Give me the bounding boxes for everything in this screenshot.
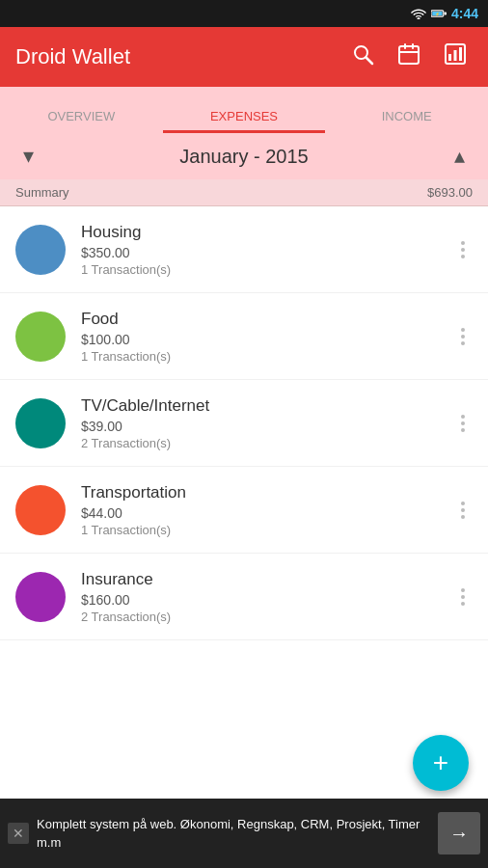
menu-dot [461, 602, 465, 606]
expense-amount: $100.00 [81, 332, 453, 347]
menu-dot [461, 415, 465, 419]
expense-color-dot [15, 572, 66, 622]
calendar-button[interactable] [392, 37, 426, 77]
menu-dot [461, 428, 465, 432]
expense-transactions: 2 Transaction(s) [81, 436, 453, 450]
expense-transactions: 1 Transaction(s) [81, 349, 453, 364]
summary-amount: $693.00 [427, 185, 473, 200]
battery-icon: ⚡ [431, 8, 447, 19]
svg-rect-14 [459, 47, 462, 61]
next-month-button[interactable]: ▴ [447, 140, 473, 173]
expense-details: TV/Cable/Internet $39.00 2 Transaction(s… [81, 396, 453, 450]
expense-item-insurance[interactable]: Insurance $160.00 2 Transaction(s) [0, 554, 488, 640]
app-title: Droid Wallet [15, 44, 334, 69]
tab-income[interactable]: INCOME [325, 109, 488, 133]
expense-item-housing[interactable]: Housing $350.00 1 Transaction(s) [0, 206, 488, 293]
expense-item-food[interactable]: Food $100.00 1 Transaction(s) [0, 293, 488, 380]
menu-dot [461, 588, 465, 592]
svg-text:⚡: ⚡ [435, 12, 440, 16]
expense-details: Insurance $160.00 2 Transaction(s) [81, 570, 453, 624]
menu-dot [461, 421, 465, 425]
menu-dot [461, 502, 465, 505]
status-bar: ⚡ 4:44 [0, 0, 488, 27]
expense-details: Food $100.00 1 Transaction(s) [81, 310, 453, 364]
ad-close-button[interactable]: ✕ [8, 823, 29, 844]
expense-menu-button[interactable] [453, 494, 473, 527]
add-expense-button[interactable]: + [413, 735, 469, 791]
expense-name: Insurance [81, 570, 453, 589]
menu-dot [461, 328, 465, 332]
expense-details: Housing $350.00 1 Transaction(s) [81, 223, 453, 277]
expense-transactions: 1 Transaction(s) [81, 523, 453, 537]
month-nav: ▾ January - 2015 ▴ [0, 133, 488, 179]
svg-line-6 [366, 58, 373, 65]
ad-arrow-icon: → [449, 823, 469, 845]
prev-month-button[interactable]: ▾ [15, 140, 41, 173]
expense-details: Transportation $44.00 1 Transaction(s) [81, 483, 453, 537]
month-title: January - 2015 [41, 146, 447, 168]
ad-navigate-button[interactable]: → [438, 812, 480, 854]
expense-color-dot [15, 398, 66, 448]
expense-amount: $160.00 [81, 592, 453, 608]
expense-color-dot [15, 225, 66, 275]
expense-name: Housing [81, 223, 453, 242]
expense-name: Transportation [81, 483, 453, 502]
menu-dot [461, 515, 465, 519]
expense-color-dot [15, 485, 66, 535]
menu-dot [461, 508, 465, 512]
expense-name: Food [81, 310, 453, 329]
menu-dot [461, 248, 465, 252]
svg-rect-12 [448, 54, 451, 61]
expense-transactions: 2 Transaction(s) [81, 610, 453, 624]
summary-row: Summary $693.00 [0, 179, 488, 206]
expense-item-tv-cable-internet[interactable]: TV/Cable/Internet $39.00 2 Transaction(s… [0, 380, 488, 467]
expense-menu-button[interactable] [453, 320, 473, 353]
expense-amount: $39.00 [81, 419, 453, 434]
menu-dot [461, 241, 465, 245]
wifi-icon [411, 8, 426, 19]
search-button[interactable] [345, 37, 380, 77]
tab-expenses[interactable]: EXPENSES [163, 109, 326, 133]
expense-name: TV/Cable/Internet [81, 396, 453, 416]
expense-amount: $350.00 [81, 245, 453, 260]
ad-text: Komplett system på web. Økonomi, Regnska… [37, 815, 430, 853]
status-time: 4:44 [451, 6, 478, 21]
tab-bar: OVERVIEW EXPENSES INCOME [0, 87, 488, 133]
svg-rect-13 [454, 50, 457, 61]
expense-transactions: 1 Transaction(s) [81, 262, 453, 277]
summary-label: Summary [15, 185, 427, 200]
menu-dot [461, 255, 465, 258]
expense-menu-button[interactable] [453, 407, 473, 440]
menu-dot [461, 341, 465, 345]
expense-item-transportation[interactable]: Transportation $44.00 1 Transaction(s) [0, 467, 488, 554]
svg-rect-3 [445, 12, 447, 14]
ad-banner: ✕ Komplett system på web. Økonomi, Regns… [0, 799, 488, 868]
menu-dot [461, 595, 465, 599]
expense-menu-button[interactable] [453, 233, 473, 266]
top-bar: Droid Wallet [0, 27, 488, 87]
svg-point-0 [417, 17, 420, 19]
chart-button[interactable] [438, 37, 473, 77]
add-icon: + [433, 749, 448, 776]
svg-rect-7 [399, 46, 419, 64]
menu-dot [461, 335, 465, 339]
expense-menu-button[interactable] [453, 581, 473, 613]
tab-overview[interactable]: OVERVIEW [0, 109, 163, 133]
status-icons: ⚡ 4:44 [411, 6, 478, 21]
expense-color-dot [15, 312, 66, 362]
expense-amount: $44.00 [81, 505, 453, 521]
